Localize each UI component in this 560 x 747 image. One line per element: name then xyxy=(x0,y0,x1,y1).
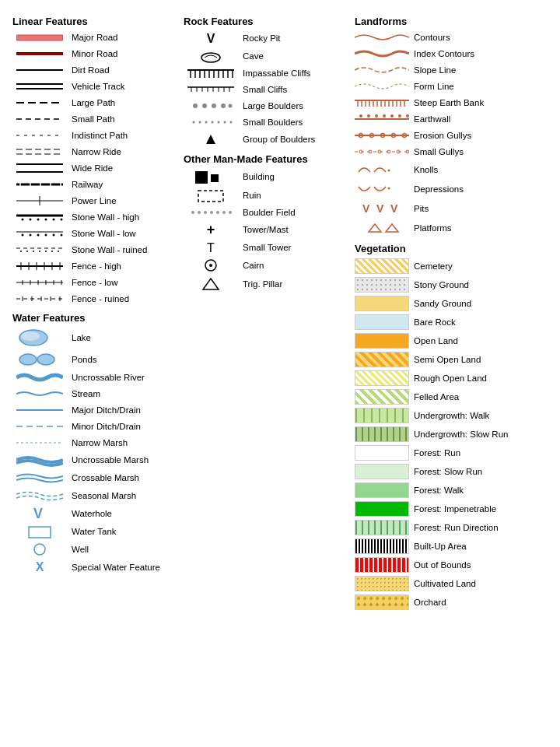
platforms-symbol xyxy=(355,219,409,237)
pits-symbol: V V V xyxy=(355,200,409,217)
index-contours-label: Index Contours xyxy=(414,49,474,58)
impassable-cliffs-symbol xyxy=(184,67,238,79)
water-tank-label: Water Tank xyxy=(72,527,117,536)
lake-label: Lake xyxy=(72,333,91,342)
small-cliffs-label: Small Cliffs xyxy=(243,85,287,94)
svg-point-98 xyxy=(221,103,226,108)
semi-open-label: Semi Open Land xyxy=(414,355,481,364)
major-ditch-symbol xyxy=(12,406,67,414)
forest-imp-label: Forest: Impenetrable xyxy=(414,504,496,514)
list-item: Water Tank xyxy=(12,524,174,539)
section-title-water: Water Features xyxy=(12,312,174,324)
list-item: Stone Wall - ruined xyxy=(12,243,174,257)
large-boulders-label: Large Boulders xyxy=(243,101,303,110)
uncross-river-label: Uncrossable River xyxy=(72,373,145,382)
stone-wall-high-symbol xyxy=(12,212,67,223)
list-item: Contours xyxy=(355,30,548,44)
depressions-symbol xyxy=(355,181,409,198)
steep-earth-symbol xyxy=(355,97,409,108)
svg-point-106 xyxy=(230,121,233,124)
svg-point-113 xyxy=(204,211,207,214)
svg-rect-108 xyxy=(195,171,208,184)
list-item: Ruin xyxy=(184,188,345,203)
list-item: Minor Road xyxy=(12,47,174,61)
list-item: Stone Wall - low xyxy=(12,226,174,240)
svg-text:V: V xyxy=(33,506,43,521)
svg-point-99 xyxy=(229,104,233,108)
stone-wall-low-label: Stone Wall - low xyxy=(72,229,136,238)
minor-ditch-symbol xyxy=(12,423,67,430)
forest-walk-swatch xyxy=(355,482,409,498)
list-item: V Rocky Pit xyxy=(184,30,345,46)
fence-low-symbol xyxy=(12,277,67,288)
list-item: Minor Ditch/Drain xyxy=(12,419,174,433)
special-water-label: Special Water Feature xyxy=(72,563,160,572)
list-item: Forest: Impenetrable xyxy=(355,500,548,517)
cave-symbol xyxy=(184,48,238,64)
out-of-bounds-swatch xyxy=(355,557,409,573)
cairn-symbol xyxy=(184,258,238,273)
water-tank-symbol xyxy=(12,524,67,539)
forest-slow-swatch xyxy=(355,464,409,479)
rocky-pit-label: Rocky Pit xyxy=(243,33,281,43)
list-item: Narrow Marsh xyxy=(12,436,174,450)
svg-point-139 xyxy=(367,114,370,117)
list-item: Trig. Pillar xyxy=(184,275,345,293)
bare-rock-label: Bare Rock xyxy=(414,317,456,327)
svg-point-32 xyxy=(53,234,55,237)
vehicle-track-label: Vehicle Track xyxy=(72,82,124,91)
tower-label: Tower/Mast xyxy=(243,225,289,234)
major-road-symbol xyxy=(12,32,67,43)
list-item: Impassable Cliffs xyxy=(184,66,345,80)
ruin-label: Ruin xyxy=(243,191,261,200)
list-item: Fence - ruined xyxy=(12,292,174,306)
list-item: Earthwall xyxy=(355,112,548,126)
trig-label: Trig. Pillar xyxy=(243,279,282,289)
svg-point-23 xyxy=(37,219,40,221)
svg-point-35 xyxy=(20,251,22,252)
narrow-marsh-symbol xyxy=(12,439,67,447)
list-item: Large Boulders xyxy=(184,99,345,113)
svg-point-114 xyxy=(210,211,213,214)
waterhole-label: Waterhole xyxy=(72,509,112,518)
svg-point-121 xyxy=(209,264,212,267)
list-item: Boulder Field xyxy=(184,205,345,219)
semi-open-swatch xyxy=(355,352,409,367)
list-item: Orchard xyxy=(355,594,548,611)
list-item: Knolls xyxy=(355,161,548,178)
steep-earth-label: Steep Earth Bank xyxy=(414,98,484,107)
indistinct-path-label: Indistinct Path xyxy=(72,131,128,140)
list-item: Rough Open Land xyxy=(355,370,548,387)
list-item: Wide Ride xyxy=(12,161,174,175)
fence-high-label: Fence - high xyxy=(72,261,121,271)
felled-swatch xyxy=(355,389,409,405)
index-contours-symbol xyxy=(355,47,409,61)
svg-point-33 xyxy=(61,234,63,237)
open-land-label: Open Land xyxy=(414,336,458,345)
list-item: Depressions xyxy=(355,181,548,198)
list-item: Cairn xyxy=(184,258,345,273)
svg-point-158 xyxy=(388,170,390,172)
knolls-label: Knolls xyxy=(414,165,438,174)
rough-open-label: Rough Open Land xyxy=(414,374,487,383)
felled-label: Felled Area xyxy=(414,392,459,402)
svg-marker-107 xyxy=(206,135,215,144)
small-tower-symbol: T xyxy=(184,240,238,255)
orchard-swatch xyxy=(355,594,409,610)
svg-marker-163 xyxy=(369,224,381,232)
list-item: Cultivated Land xyxy=(355,575,548,592)
svg-point-64 xyxy=(19,354,37,365)
list-item: Small Path xyxy=(12,112,174,126)
small-boulders-label: Small Boulders xyxy=(243,117,303,127)
list-item: X Special Water Feature xyxy=(12,559,174,575)
stream-label: Stream xyxy=(72,389,100,398)
boulder-field-label: Boulder Field xyxy=(243,208,296,217)
list-item: Forest: Run Direction xyxy=(355,519,548,536)
stony-swatch xyxy=(355,277,409,293)
open-land-swatch xyxy=(355,333,409,349)
fence-ruined-label: Fence - ruined xyxy=(72,294,129,303)
list-item: Index Contours xyxy=(355,47,548,61)
pits-label: Pits xyxy=(414,204,429,213)
svg-point-116 xyxy=(222,211,226,214)
svg-text:V: V xyxy=(390,202,398,215)
